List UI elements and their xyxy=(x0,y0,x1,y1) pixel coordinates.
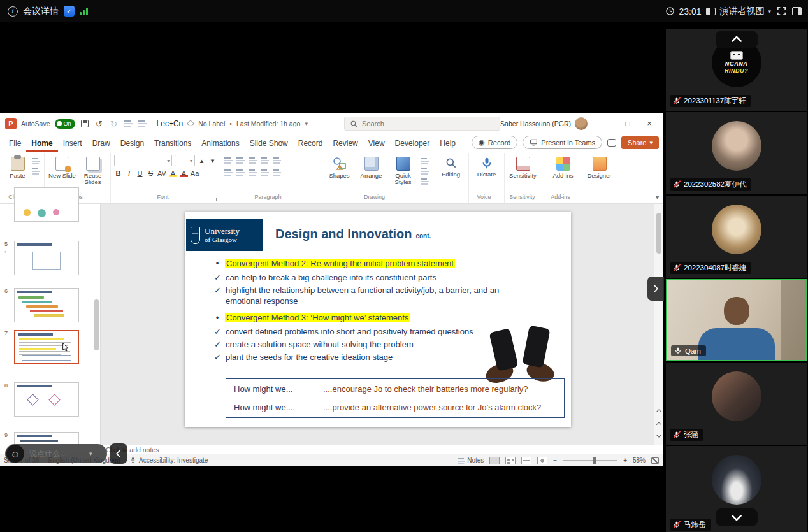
underline-button[interactable]: U xyxy=(136,169,144,177)
shape-effects-icon[interactable] xyxy=(420,178,429,186)
fit-slide-button[interactable] xyxy=(651,457,659,464)
chat-quick-input[interactable]: ☺ ▾ xyxy=(5,444,107,463)
align-right-icon[interactable] xyxy=(248,169,257,177)
line-spacing-icon[interactable] xyxy=(272,157,282,165)
undo-button[interactable]: ↺ xyxy=(94,119,105,129)
menu-draw[interactable]: Draw xyxy=(87,135,115,152)
reuse-slides-button[interactable]: Reuse Slides xyxy=(78,155,107,185)
editor-scrollbar[interactable] xyxy=(654,204,663,445)
scroll-up-icon[interactable] xyxy=(654,406,663,415)
designer-button[interactable]: Designer xyxy=(584,155,614,179)
menu-developer[interactable]: Developer xyxy=(390,135,435,152)
meeting-protection-shield-icon[interactable]: ✓ xyxy=(64,6,75,17)
font-size-combobox[interactable]: ▾ xyxy=(175,155,195,166)
account-area[interactable]: Saber Hassouna (PGR) xyxy=(500,113,588,134)
shrink-font-button[interactable]: ▾ xyxy=(208,157,217,165)
change-case-button[interactable]: Aa xyxy=(191,169,199,177)
thumbnail-slide-9[interactable] xyxy=(14,432,79,445)
thumbnail-slide-8[interactable] xyxy=(14,382,79,417)
menu-animations[interactable]: Animations xyxy=(196,135,244,152)
menu-record[interactable]: Record xyxy=(293,135,328,152)
present-quick-icon[interactable] xyxy=(124,120,133,128)
scrollbar-thumb[interactable] xyxy=(656,213,661,254)
menu-slideshow[interactable]: Slide Show xyxy=(245,135,293,152)
document-title[interactable]: Lec+Cn xyxy=(157,119,184,128)
zoom-slider[interactable] xyxy=(563,460,617,461)
font-color-button[interactable]: A xyxy=(180,169,188,177)
numbering-icon[interactable] xyxy=(236,157,245,165)
zoom-level[interactable]: 58% xyxy=(633,457,646,464)
emoji-button[interactable]: ☺ xyxy=(6,445,24,463)
fullscreen-button[interactable] xyxy=(776,6,787,17)
participant-tile[interactable]: 2022302582夏伊代 xyxy=(666,112,807,194)
minimize-button[interactable]: — xyxy=(595,119,617,128)
quick-styles-button[interactable]: Quick Styles xyxy=(388,155,418,185)
redo-button[interactable]: ↻ xyxy=(109,119,119,129)
video-panel-expand-button[interactable] xyxy=(647,277,664,301)
arrange-button[interactable]: Arrange xyxy=(356,155,386,179)
autosave-toggle[interactable]: On xyxy=(55,119,75,129)
zoom-slider-thumb[interactable] xyxy=(593,457,596,464)
paragraph-dialog-launcher-icon[interactable] xyxy=(314,198,317,201)
maximize-button[interactable]: □ xyxy=(617,119,638,128)
thumbnail-slide-7-selected[interactable] xyxy=(14,330,79,364)
reading-view-button[interactable] xyxy=(521,457,531,464)
text-highlight-button[interactable]: A xyxy=(169,169,177,177)
thumbnail-slide-5[interactable] xyxy=(14,241,79,275)
copy-icon[interactable] xyxy=(31,157,41,166)
new-slide-button[interactable]: New Slide xyxy=(48,155,76,179)
present-in-teams-button[interactable]: Present in Teams xyxy=(523,136,602,149)
addins-button[interactable]: Add-ins xyxy=(549,155,577,179)
account-avatar[interactable] xyxy=(575,117,588,130)
next-slide-icon[interactable] xyxy=(654,431,663,440)
participant-tile-active-speaker[interactable]: Qam xyxy=(666,279,807,361)
view-switcher[interactable]: 演讲者视图 ▾ xyxy=(706,6,771,17)
zoom-in-button[interactable]: + xyxy=(623,457,627,464)
menu-help[interactable]: Help xyxy=(435,135,461,152)
chat-collapse-button[interactable] xyxy=(110,443,127,464)
comments-icon[interactable] xyxy=(607,139,616,147)
format-painter-icon[interactable] xyxy=(31,168,41,176)
slide-sorter-view-button[interactable] xyxy=(505,457,516,464)
slideshow-button[interactable] xyxy=(537,457,547,464)
dictate-button[interactable]: Dictate xyxy=(472,155,501,178)
menu-view[interactable]: View xyxy=(363,135,390,152)
menu-file[interactable]: File xyxy=(4,135,26,152)
participant-tile[interactable]: 张涵 xyxy=(666,363,807,445)
current-slide[interactable]: University of Glasgow Design and Innovat… xyxy=(185,212,571,427)
columns-icon[interactable] xyxy=(272,169,282,177)
share-button[interactable]: Share ▾ xyxy=(621,136,659,149)
font-name-combobox[interactable]: ▾ xyxy=(114,155,172,166)
align-left-icon[interactable] xyxy=(224,169,233,177)
drawing-dialog-launcher-icon[interactable] xyxy=(426,198,429,201)
collapse-ribbon-chevron-icon[interactable]: ▾ xyxy=(656,194,659,201)
scroll-participants-up-button[interactable] xyxy=(716,31,758,48)
font-dialog-launcher-icon[interactable] xyxy=(213,198,217,201)
thumbnail-slide-6[interactable] xyxy=(14,288,79,322)
editing-button[interactable]: Editing xyxy=(436,155,465,178)
shape-outline-icon[interactable] xyxy=(420,168,429,176)
meeting-details-button[interactable]: i 会议详情 ✓ xyxy=(8,6,88,17)
record-button[interactable]: ◉ Record xyxy=(472,136,517,149)
sensitivity-button[interactable]: Sensitivity xyxy=(508,155,538,179)
font-color-quick-icon[interactable] xyxy=(138,120,147,128)
notes-toggle-button[interactable]: Notes xyxy=(457,457,484,464)
menu-transitions[interactable]: Transitions xyxy=(149,135,196,152)
increase-indent-icon[interactable] xyxy=(260,157,270,165)
paste-button[interactable]: Paste xyxy=(6,155,29,179)
label-status[interactable]: No Label xyxy=(198,120,225,127)
grow-font-button[interactable]: ▴ xyxy=(198,157,206,165)
thumbnail-slide-4[interactable] xyxy=(14,187,79,222)
network-signal-icon[interactable] xyxy=(80,8,88,15)
accessibility-status[interactable]: Accessibility: Investigate xyxy=(129,457,208,464)
shape-fill-icon[interactable] xyxy=(420,157,429,166)
normal-view-button[interactable] xyxy=(489,457,500,464)
menu-design[interactable]: Design xyxy=(115,135,149,152)
ppt-search-box[interactable] xyxy=(344,117,500,131)
close-button[interactable]: × xyxy=(638,119,660,128)
decrease-indent-icon[interactable] xyxy=(248,157,257,165)
chat-chevron-down-icon[interactable]: ▾ xyxy=(89,450,92,457)
character-spacing-button[interactable]: AV xyxy=(157,169,166,177)
toggle-sidebar-button[interactable] xyxy=(792,7,802,15)
participant-tile[interactable]: 2022304087时睿婕 xyxy=(666,196,807,278)
